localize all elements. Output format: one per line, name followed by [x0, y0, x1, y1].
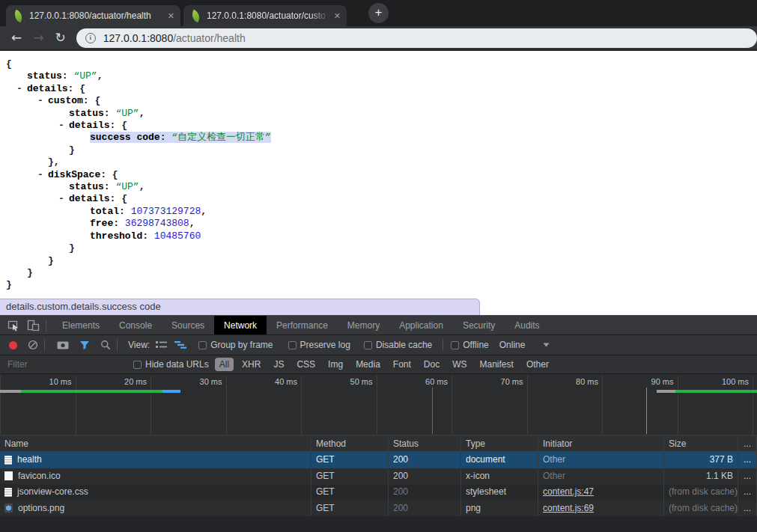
request-type: png	[461, 501, 538, 517]
device-toolbar-icon[interactable]	[27, 319, 40, 331]
timeline-gridline	[753, 376, 753, 435]
column-header-size[interactable]: Size	[664, 435, 738, 451]
network-request-row[interactable]: jsonview-core.cssGET200stylesheetcontent…	[0, 484, 757, 501]
overview-waterfall-bar	[675, 390, 757, 393]
checkbox-icon[interactable]	[451, 341, 459, 349]
timeline-tick-label: 10 ms	[49, 377, 72, 386]
devtools-tab-security[interactable]: Security	[453, 316, 505, 334]
filter-type-media[interactable]: Media	[351, 358, 385, 371]
reload-icon[interactable]: ↻	[55, 31, 66, 44]
filter-type-ws[interactable]: WS	[448, 358, 471, 371]
request-name: options.png	[18, 501, 64, 517]
json-collapse-icon[interactable]: -	[37, 169, 43, 181]
new-tab-button[interactable]: +	[368, 3, 389, 23]
browser-tab-custom[interactable]: 127.0.0.1:8080/actuator/custo ✕	[183, 5, 347, 26]
json-line: }	[0, 255, 757, 267]
request-status: 200	[389, 501, 461, 517]
timeline-gridline	[0, 376, 1, 435]
throttling-dropdown[interactable]: Online	[499, 340, 550, 350]
json-line: status: “UP”,	[0, 181, 757, 193]
page-info-icon[interactable]: i	[85, 33, 96, 43]
network-request-row[interactable]: options.pngGET200pngcontent.js:69(from d…	[0, 501, 757, 517]
column-header-[interactable]: ...	[738, 435, 757, 451]
filter-type-font[interactable]: Font	[389, 358, 416, 371]
filter-type-all[interactable]: All	[215, 358, 234, 371]
devtools-tab-audits[interactable]: Audits	[505, 316, 549, 334]
requests-table-body: healthGET200documentOther377 B...favicon…	[0, 452, 757, 516]
request-status: 200	[389, 452, 461, 468]
filter-type-other[interactable]: Other	[522, 358, 553, 371]
address-bar[interactable]: i 127.0.0.1:8080 /actuator/health	[76, 28, 757, 48]
preserve-log-checkbox[interactable]: Preserve log	[288, 340, 350, 350]
checkbox-icon[interactable]	[198, 341, 207, 349]
tab-close-icon[interactable]: ✕	[334, 11, 341, 21]
overview-waterfall-bar	[21, 390, 162, 393]
filter-type-manifest[interactable]: Manifest	[475, 358, 518, 371]
group-by-frame-checkbox[interactable]: Group by frame	[198, 340, 273, 350]
devtools-tab-elements[interactable]: Elements	[52, 316, 109, 334]
list-view-icon[interactable]	[156, 340, 167, 349]
json-collapse-icon[interactable]: -	[16, 83, 22, 95]
column-header-status[interactable]: Status	[389, 435, 461, 451]
request-initiator[interactable]: content.js:47	[538, 484, 664, 501]
filter-type-js[interactable]: JS	[269, 358, 288, 371]
request-size: (from disk cache)	[664, 484, 738, 501]
browser-tab-strip: 127.0.0.1:8080/actuator/health ✕ 127.0.0…	[0, 0, 757, 26]
filter-type-xhr[interactable]: XHR	[237, 358, 265, 371]
devtools-tab-application[interactable]: Application	[389, 316, 453, 334]
back-icon[interactable]: ←	[11, 31, 22, 44]
network-request-row[interactable]: healthGET200documentOther377 B...	[0, 452, 757, 468]
column-header-initiator[interactable]: Initiator	[538, 435, 664, 451]
checkbox-icon[interactable]	[364, 341, 372, 349]
column-header-name[interactable]: Name	[0, 435, 311, 451]
checkbox-icon[interactable]	[133, 361, 142, 369]
devtools-tab-memory[interactable]: Memory	[338, 316, 389, 334]
request-name: favicon.ico	[18, 468, 61, 485]
spring-leaf-favicon	[12, 9, 25, 22]
request-initiator[interactable]: content.js:69	[538, 501, 664, 517]
offline-checkbox[interactable]: Offline	[451, 340, 488, 350]
json-collapse-icon[interactable]: -	[58, 193, 64, 205]
browser-tab-health[interactable]: 127.0.0.1:8080/actuator/health ✕	[6, 5, 180, 26]
column-header-type[interactable]: Type	[461, 435, 538, 451]
filter-type-img[interactable]: Img	[323, 358, 347, 371]
filter-type-doc[interactable]: Doc	[419, 358, 444, 371]
waterfall-view-icon[interactable]	[174, 340, 186, 349]
devtools-tab-performance[interactable]: Performance	[267, 316, 338, 334]
disable-cache-checkbox[interactable]: Disable cache	[364, 340, 432, 350]
timeline-tick-label: 100 ms	[722, 377, 749, 386]
network-overview-timeline[interactable]: 10 ms20 ms30 ms40 ms50 ms60 ms70 ms80 ms…	[0, 374, 757, 435]
json-collapse-icon[interactable]: -	[58, 120, 64, 132]
clear-icon[interactable]	[28, 340, 38, 350]
json-line: }	[0, 242, 757, 254]
checkbox-icon[interactable]	[288, 341, 297, 349]
search-icon[interactable]	[100, 340, 111, 350]
devtools-tab-network[interactable]: Network	[214, 316, 267, 334]
inspect-element-icon[interactable]	[7, 319, 19, 331]
json-line: },	[0, 156, 757, 168]
devtools-panel: ElementsConsoleSourcesNetworkPerformance…	[0, 315, 757, 532]
hide-data-urls-checkbox[interactable]: Hide data URLs	[133, 359, 209, 370]
tab-close-icon[interactable]: ✕	[168, 11, 174, 21]
json-collapse-icon[interactable]: -	[37, 95, 43, 107]
filter-type-css[interactable]: CSS	[292, 358, 320, 371]
resource-type-filters: AllXHRJSCSSImgMediaFontDocWSManifestOthe…	[215, 358, 557, 371]
network-request-row[interactable]: favicon.icoGET200x-iconOther1.1 KB...	[0, 468, 757, 485]
column-header-method[interactable]: Method	[311, 435, 389, 451]
filter-funnel-icon[interactable]	[79, 340, 90, 350]
offline-label: Offline	[463, 340, 488, 350]
group-by-frame-label: Group by frame	[210, 340, 273, 350]
json-line: -details: {	[0, 120, 757, 132]
devtools-tab-console[interactable]: Console	[109, 316, 162, 334]
screenshot-icon[interactable]	[57, 340, 69, 349]
record-icon[interactable]	[9, 341, 17, 349]
json-line: status: “UP”,	[0, 108, 757, 120]
json-highlighted-pair[interactable]: success code: “自定义检查一切正常”	[90, 132, 271, 143]
forward-icon: →	[33, 31, 43, 44]
timeline-gridline	[226, 376, 227, 435]
blank-icon	[4, 471, 13, 480]
filter-input[interactable]: Filter	[7, 359, 133, 370]
devtools-tab-sources[interactable]: Sources	[162, 316, 214, 334]
overview-waterfall-bar	[657, 390, 675, 393]
devtools-tab-bar: ElementsConsoleSourcesNetworkPerformance…	[0, 315, 757, 335]
